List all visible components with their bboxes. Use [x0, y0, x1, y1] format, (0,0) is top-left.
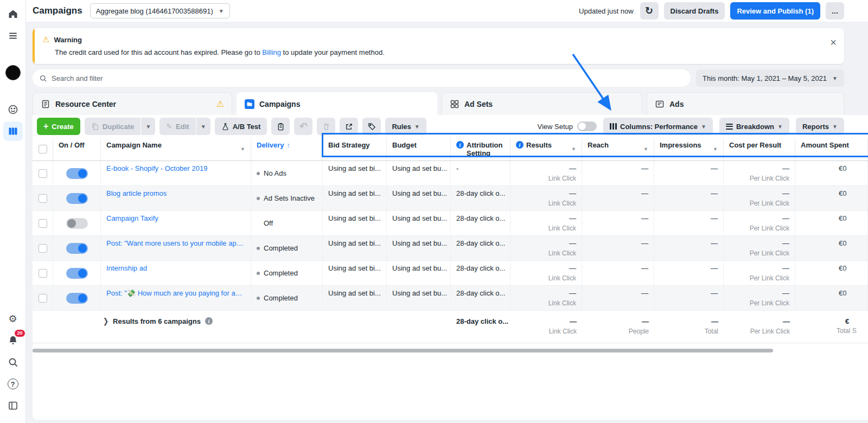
reports-button[interactable]: Reports ▼ — [796, 118, 844, 135]
more-options-button[interactable]: … — [826, 2, 844, 20]
header-bid-strategy[interactable]: Bid Strategy — [323, 138, 387, 161]
tab-ads[interactable]: Ads — [647, 92, 844, 115]
create-button[interactable]: +Create — [37, 118, 80, 135]
campaign-name-link[interactable]: Campaign Taxify — [106, 214, 158, 222]
breakdown-icon — [726, 124, 733, 130]
select-all-checkbox[interactable] — [39, 145, 47, 153]
table-row[interactable]: E-book - Shopify - October 2019 No Ads U… — [33, 161, 868, 186]
help-icon[interactable]: ? — [3, 374, 23, 394]
business-avatar[interactable] — [3, 63, 23, 82]
ab-test-button[interactable]: A/B Test — [215, 118, 267, 135]
campaign-toggle[interactable] — [66, 168, 88, 179]
horizontal-scrollbar[interactable] — [33, 349, 868, 353]
undo-button[interactable]: ↶ — [294, 118, 312, 135]
home-icon[interactable] — [3, 4, 23, 24]
rules-button[interactable]: Rules▼ — [385, 118, 426, 135]
ad-account-selector[interactable]: Aggregate blog (1464617003588691) ▼ — [90, 3, 230, 18]
view-setup-toggle[interactable] — [577, 121, 597, 131]
billing-link[interactable]: Billing — [262, 48, 281, 56]
date-range-selector[interactable]: This month: May 1, 2021 – May 5, 2021 ▼ — [696, 69, 844, 87]
campaign-toggle[interactable] — [66, 193, 88, 204]
pencil-icon: ✎ — [166, 123, 173, 130]
table-row[interactable]: Post: "💸 How much are you paying for an … — [33, 286, 868, 311]
duplicate-button[interactable]: Duplicate — [85, 118, 141, 135]
campaign-toggle[interactable] — [66, 218, 88, 229]
campaign-toggle[interactable] — [66, 293, 88, 304]
header-attribution[interactable]: iAttribution Setting — [451, 138, 510, 161]
campaign-name-link[interactable]: E-book - Shopify - October 2019 — [106, 164, 207, 172]
delivery-status: Completed — [264, 294, 298, 302]
sort-icon[interactable]: ▼ — [643, 145, 648, 153]
campaign-name-link[interactable]: Post: "Want more users to your mobile ap… — [106, 239, 245, 247]
header-budget[interactable]: Budget — [387, 138, 451, 161]
header-reach[interactable]: Reach▼ — [582, 138, 654, 161]
row-checkbox[interactable] — [39, 294, 47, 303]
refresh-icon: ↻ — [645, 6, 653, 16]
columns-button[interactable]: Columns: Performance ▼ — [603, 118, 713, 135]
campaign-toggle[interactable] — [66, 268, 88, 279]
header-results[interactable]: iResults▼ — [510, 138, 582, 161]
amount-spent-cell: €0 — [795, 186, 868, 211]
trash-icon — [322, 123, 330, 131]
table-row[interactable]: Campaign Taxify Off Using ad set bi... U… — [33, 211, 868, 236]
row-checkbox[interactable] — [39, 269, 47, 278]
collapse-panel-icon[interactable] — [3, 396, 23, 415]
campaign-name-link[interactable]: Internship ad — [106, 264, 147, 272]
scrollbar-thumb[interactable] — [33, 349, 773, 352]
refresh-button[interactable]: ↻ — [640, 2, 659, 20]
campaign-name-link[interactable]: Blog article promos — [106, 189, 167, 197]
budget-cell: Using ad set bu... — [387, 161, 451, 186]
tag-button[interactable] — [362, 118, 381, 135]
campaigns-table-icon[interactable] — [3, 121, 23, 141]
campaign-name-link[interactable]: Post: "💸 How much are you paying for an … — [106, 289, 245, 297]
row-checkbox[interactable] — [39, 169, 47, 178]
campaigns-table: On / Off Campaign Name▼ Delivery↑ Bid St… — [33, 138, 868, 353]
header-campaign-name[interactable]: Campaign Name▼ — [101, 138, 251, 161]
duplicate-dropdown-button[interactable]: ▼ — [141, 118, 155, 135]
info-icon[interactable]: i — [456, 141, 464, 149]
header-amount-spent[interactable]: Amount Spent — [795, 138, 868, 161]
row-checkbox[interactable] — [39, 244, 47, 253]
header-impressions[interactable]: Impressions▼ — [654, 138, 724, 161]
search-filter-bar[interactable] — [33, 69, 691, 87]
row-checkbox[interactable] — [39, 219, 47, 228]
expand-chevron-icon[interactable]: ❯ — [103, 317, 108, 326]
sort-icon[interactable]: ▼ — [571, 145, 576, 153]
delete-button[interactable] — [317, 118, 335, 135]
reach-cell: — — [582, 161, 654, 186]
table-row[interactable]: Blog article promos Ad Sets Inactive Usi… — [33, 186, 868, 211]
row-checkbox[interactable] — [39, 194, 47, 203]
sort-icon[interactable]: ▼ — [240, 145, 245, 153]
table-row[interactable]: Post: "Want more users to your mobile ap… — [33, 236, 868, 261]
reach-cell: — — [582, 211, 654, 236]
close-icon[interactable]: × — [830, 37, 837, 48]
cost-per-result-cell: —Per Link Click — [724, 161, 795, 186]
search-icon[interactable] — [3, 352, 23, 372]
table-row[interactable]: Internship ad Completed Using ad set bi.… — [33, 261, 868, 286]
settings-gear-icon[interactable]: ⚙ — [3, 309, 23, 329]
info-icon[interactable]: i — [205, 317, 213, 325]
notifications-bell-icon[interactable]: 20 — [3, 331, 23, 350]
ad-account-icon[interactable] — [3, 100, 23, 119]
tab-campaigns[interactable]: Campaigns — [237, 92, 437, 115]
impressions-cell: — — [654, 286, 724, 311]
export-button[interactable] — [340, 118, 358, 135]
menu-icon[interactable] — [3, 26, 23, 46]
header-delivery[interactable]: Delivery↑ — [251, 138, 323, 161]
review-publish-button[interactable]: Review and Publish (1) — [730, 2, 820, 20]
header-cost-per-result[interactable]: Cost per Result — [724, 138, 795, 161]
tab-ad-sets[interactable]: Ad Sets — [442, 92, 642, 115]
results-cell: —Link Click — [510, 261, 582, 286]
search-input[interactable] — [52, 74, 684, 82]
edit-dropdown-button[interactable]: ▼ — [196, 118, 210, 135]
tab-resource-center[interactable]: Resource Center ⚠ — [33, 92, 232, 115]
select-all-cell[interactable] — [33, 138, 53, 161]
discard-drafts-button[interactable]: Discard Drafts — [664, 2, 725, 20]
breakdown-button[interactable]: Breakdown ▼ — [719, 118, 789, 135]
sort-icon[interactable]: ▼ — [713, 145, 718, 153]
edit-button[interactable]: ✎ Edit — [159, 118, 195, 135]
pin-button[interactable] — [271, 118, 290, 135]
campaign-toggle[interactable] — [66, 243, 88, 254]
info-icon[interactable]: i — [516, 141, 524, 149]
results-cell: —Link Click — [510, 286, 582, 311]
